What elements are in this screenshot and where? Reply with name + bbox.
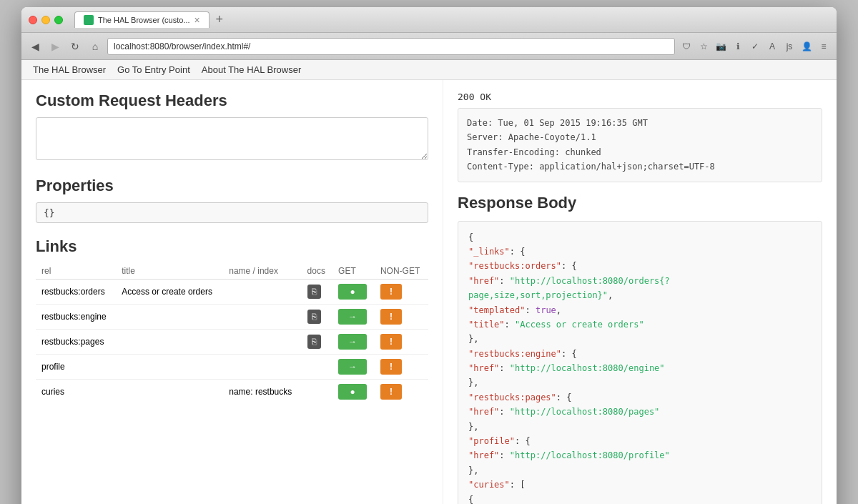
col-rel: rel bbox=[36, 263, 116, 280]
response-headers: Date: Tue, 01 Sep 2015 19:16:35 GMTServe… bbox=[458, 108, 822, 182]
table-row: restbucks:pages ⎘ → ! bbox=[36, 330, 428, 355]
address-input-wrap bbox=[107, 38, 675, 55]
refresh-button[interactable]: ↻ bbox=[67, 39, 83, 54]
cell-get: → bbox=[332, 330, 375, 355]
cell-title: Access or create orders bbox=[116, 280, 223, 305]
response-body-line: "curies": [ bbox=[468, 478, 812, 492]
response-header-line: Content-Type: application/hal+json;chars… bbox=[467, 159, 813, 174]
response-body-line: }, bbox=[468, 332, 812, 346]
check-icon[interactable]: ✓ bbox=[748, 39, 762, 54]
response-body-line: "restbucks:orders": { bbox=[468, 259, 812, 273]
response-body-line: }, bbox=[468, 463, 812, 478]
custom-request-headers-title: Custom Request Headers bbox=[36, 92, 428, 110]
browser-tab[interactable]: The HAL Browser (custo... × bbox=[74, 11, 209, 28]
js-icon[interactable]: js bbox=[782, 39, 797, 54]
cell-get: ● bbox=[332, 280, 375, 305]
cell-docs bbox=[302, 355, 332, 380]
security-icon: 🛡 bbox=[679, 39, 694, 54]
cell-get: → bbox=[332, 355, 375, 380]
copy-button[interactable]: ⎘ bbox=[307, 285, 321, 299]
custom-request-headers-textarea[interactable] bbox=[36, 117, 428, 160]
get-button[interactable]: ● bbox=[338, 384, 367, 400]
toolbar-icons: 🛡 ☆ 📷 ℹ ✓ A js 👤 ≡ bbox=[679, 39, 831, 54]
info-icon[interactable]: ℹ bbox=[731, 39, 745, 54]
table-row: curies name: restbucks ● ! bbox=[36, 380, 428, 405]
response-body-line: "href": "http://localhost:8080/pages" bbox=[468, 405, 812, 419]
cell-docs bbox=[302, 380, 332, 405]
table-row: profile → ! bbox=[36, 355, 428, 380]
response-body-line: "_links": { bbox=[468, 244, 812, 259]
cell-nonget: ! bbox=[375, 330, 428, 355]
properties-title: Properties bbox=[36, 177, 428, 195]
get-button[interactable]: ● bbox=[338, 284, 367, 300]
links-table: rel title name / index docs GET NON-GET … bbox=[36, 263, 428, 404]
home-button[interactable]: ⌂ bbox=[87, 39, 103, 54]
nav-item-entry-point[interactable]: Go To Entry Point bbox=[117, 64, 190, 75]
cell-nonget: ! bbox=[375, 280, 428, 305]
screenshot-icon[interactable]: 📷 bbox=[714, 39, 728, 54]
col-nonget: NON-GET bbox=[375, 263, 428, 280]
cell-title bbox=[116, 355, 223, 380]
menu-icon[interactable]: ≡ bbox=[817, 39, 831, 54]
tab-close-button[interactable]: × bbox=[194, 15, 200, 25]
status-line: 200 OK bbox=[458, 92, 822, 102]
close-button[interactable] bbox=[29, 16, 37, 24]
get-button[interactable]: → bbox=[338, 334, 367, 350]
response-body-line: "restbucks:pages": { bbox=[468, 390, 812, 405]
response-body-line: { bbox=[468, 493, 812, 504]
cell-get: → bbox=[332, 305, 375, 330]
cell-title bbox=[116, 305, 223, 330]
cell-name-index bbox=[223, 330, 301, 355]
tab-title: The HAL Browser (custo... bbox=[98, 16, 190, 24]
get-button[interactable]: → bbox=[338, 309, 367, 325]
response-body-title: Response Body bbox=[458, 194, 822, 212]
back-button[interactable]: ◀ bbox=[27, 39, 43, 54]
cell-rel: restbucks:orders bbox=[36, 280, 116, 305]
left-panel: Custom Request Headers Properties {} Lin… bbox=[21, 80, 443, 504]
response-body-line: "href": "http://localhost:8080/engine" bbox=[468, 361, 812, 375]
minimize-button[interactable] bbox=[41, 16, 50, 24]
browser-window: The HAL Browser (custo... × + ◀ ▶ ↻ ⌂ 🛡 … bbox=[21, 7, 837, 504]
address-bar: ◀ ▶ ↻ ⌂ 🛡 ☆ 📷 ℹ ✓ A js 👤 ≡ bbox=[21, 33, 837, 60]
nonget-button[interactable]: ! bbox=[380, 359, 402, 375]
font-icon[interactable]: A bbox=[765, 39, 779, 54]
nonget-button[interactable]: ! bbox=[380, 334, 402, 350]
tab-area: The HAL Browser (custo... × + bbox=[74, 11, 829, 28]
response-header-line: Server: Apache-Coyote/1.1 bbox=[467, 130, 813, 144]
nav-brand[interactable]: The HAL Browser bbox=[33, 64, 106, 75]
cell-nonget: ! bbox=[375, 380, 428, 405]
cell-get: ● bbox=[332, 380, 375, 405]
cell-rel: restbucks:pages bbox=[36, 330, 116, 355]
maximize-button[interactable] bbox=[54, 16, 63, 24]
cell-title bbox=[116, 330, 223, 355]
new-tab-button[interactable]: + bbox=[212, 13, 227, 27]
table-row: restbucks:engine ⎘ → ! bbox=[36, 305, 428, 330]
get-button[interactable]: → bbox=[338, 359, 367, 375]
copy-button[interactable]: ⎘ bbox=[307, 335, 321, 349]
nav-item-about[interactable]: About The HAL Browser bbox=[202, 64, 301, 75]
content-area: Custom Request Headers Properties {} Lin… bbox=[21, 80, 837, 504]
col-name-index: name / index bbox=[223, 263, 301, 280]
cell-rel: restbucks:engine bbox=[36, 305, 116, 330]
response-body-line: "templated": true, bbox=[468, 303, 812, 317]
nonget-button[interactable]: ! bbox=[380, 284, 402, 300]
response-body: { "_links": { "restbucks:orders": { "hre… bbox=[458, 221, 822, 504]
copy-button[interactable]: ⎘ bbox=[307, 310, 321, 324]
forward-button[interactable]: ▶ bbox=[47, 39, 63, 54]
cell-name-index: name: restbucks bbox=[223, 380, 301, 405]
properties-value: {} bbox=[36, 202, 428, 223]
right-panel: 200 OK Date: Tue, 01 Sep 2015 19:16:35 G… bbox=[443, 80, 837, 504]
response-body-line: }, bbox=[468, 375, 812, 390]
star-icon[interactable]: ☆ bbox=[696, 39, 711, 54]
cell-rel: profile bbox=[36, 355, 116, 380]
avatar-icon[interactable]: 👤 bbox=[799, 39, 814, 54]
address-input[interactable] bbox=[114, 41, 669, 51]
response-body-line: { bbox=[468, 230, 812, 244]
col-docs: docs bbox=[302, 263, 332, 280]
nonget-button[interactable]: ! bbox=[380, 309, 402, 325]
tab-favicon bbox=[84, 15, 94, 25]
cell-name-index bbox=[223, 280, 301, 305]
nonget-button[interactable]: ! bbox=[380, 384, 402, 400]
response-body-line: }, bbox=[468, 420, 812, 434]
status-code: 200 OK bbox=[458, 92, 491, 102]
